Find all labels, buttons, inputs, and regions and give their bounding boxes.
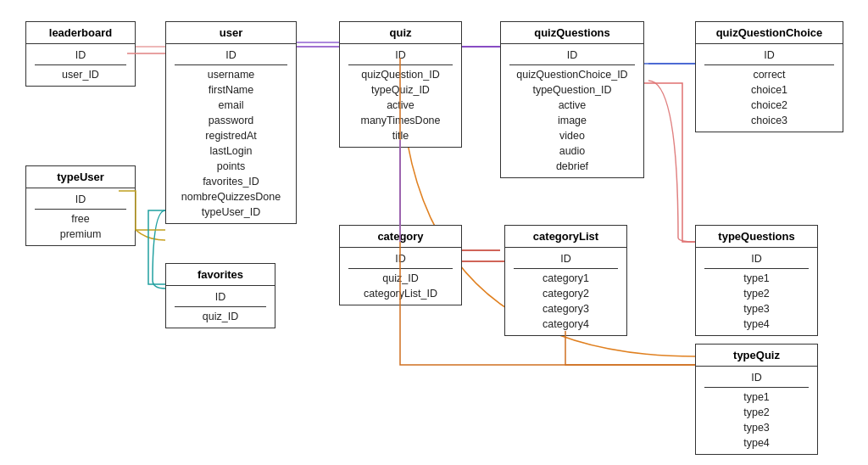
field-tqz-id: ID (704, 370, 809, 385)
field-fav-quizid: quiz_ID (175, 309, 266, 324)
table-categorylist: categoryList ID category1 category2 cate… (504, 225, 627, 336)
field-user-password: password (175, 113, 287, 128)
field-tq-id: ID (704, 251, 809, 266)
table-favorites-header: favorites (166, 264, 275, 286)
field-user-typeuserid: typeUser_ID (175, 204, 287, 220)
field-qqc-choice3: choice3 (704, 113, 834, 128)
field-user-favoritesid: favorites_ID (175, 174, 287, 189)
field-cl-cat4: category4 (514, 317, 618, 332)
field-qqc-correct: correct (704, 67, 834, 82)
field-qqc-choice1: choice1 (704, 82, 834, 98)
table-typeuser: typeUser ID free premium (25, 165, 136, 246)
field-tq-type2: type2 (704, 286, 809, 301)
field-cat-categorylistid: categoryList_ID (348, 286, 453, 301)
field-tq-type3: type3 (704, 301, 809, 317)
field-quiz-typequizid: typeQuiz_ID (348, 82, 453, 98)
field-tqz-type1: type1 (704, 389, 809, 405)
field-cl-cat2: category2 (514, 286, 618, 301)
field-qq-active: active (509, 98, 635, 113)
field-quiz-id: ID (348, 48, 453, 63)
field-qq-audio: audio (509, 143, 635, 159)
table-categorylist-header: categoryList (505, 226, 626, 248)
field-tu-premium: premium (35, 227, 126, 242)
field-tu-id: ID (35, 192, 126, 207)
table-user-header: user (166, 22, 296, 44)
field-user-lastlogin: lastLogin (175, 143, 287, 159)
table-typeuser-header: typeUser (26, 166, 135, 188)
field-cl-cat1: category1 (514, 271, 618, 286)
table-typequestions-header: typeQuestions (696, 226, 817, 248)
field-user-id: ID (175, 48, 287, 63)
field-user-nombrequizzesdone: nombreQuizzesDone (175, 189, 287, 204)
table-user: user ID username firstName email passwor… (165, 21, 297, 224)
field-fav-id: ID (175, 289, 266, 305)
field-qq-video: video (509, 128, 635, 143)
table-typequiz: typeQuiz ID type1 type2 type3 type4 (695, 344, 818, 455)
field-qqc-choice2: choice2 (704, 98, 834, 113)
field-quiz-active: active (348, 98, 453, 113)
field-qq-id: ID (509, 48, 635, 63)
field-cl-id: ID (514, 251, 618, 266)
field-tq-type4: type4 (704, 317, 809, 332)
field-tqz-type2: type2 (704, 405, 809, 420)
field-qq-image: image (509, 113, 635, 128)
field-cat-id: ID (348, 251, 453, 266)
table-favorites: favorites ID quiz_ID (165, 263, 275, 328)
table-leaderboard: leaderboard ID user_ID (25, 21, 136, 87)
field-quiz-title: title (348, 128, 453, 143)
table-typequiz-header: typeQuiz (696, 345, 817, 367)
field-tqz-type3: type3 (704, 420, 809, 435)
field-quiz-quizquestionid: quizQuestion_ID (348, 67, 453, 82)
field-user-firstname: firstName (175, 82, 287, 98)
table-leaderboard-header: leaderboard (26, 22, 135, 44)
table-quizquestions: quizQuestions ID quizQuestionChoice_ID t… (500, 21, 644, 178)
field-user-username: username (175, 67, 287, 82)
field-tq-type1: type1 (704, 271, 809, 286)
table-quiz-header: quiz (340, 22, 461, 44)
field-qq-typequestionid: typeQuestion_ID (509, 82, 635, 98)
field-user-registredat: registredAt (175, 128, 287, 143)
table-quiz: quiz ID quizQuestion_ID typeQuiz_ID acti… (339, 21, 462, 148)
field-leaderboard-userid: user_ID (35, 67, 126, 82)
field-user-points: points (175, 159, 287, 174)
table-category-header: category (340, 226, 461, 248)
field-leaderboard-id: ID (35, 48, 126, 63)
table-quizquestionchoice: quizQuestionChoice ID correct choice1 ch… (695, 21, 843, 132)
field-cat-quizid: quiz_ID (348, 271, 453, 286)
field-quiz-manytimesdone: manyTimesDone (348, 113, 453, 128)
field-qq-debrief: debrief (509, 159, 635, 174)
field-qq-choiceid: quizQuestionChoice_ID (509, 67, 635, 82)
table-quizquestions-header: quizQuestions (501, 22, 643, 44)
table-category: category ID quiz_ID categoryList_ID (339, 225, 462, 305)
field-tu-free: free (35, 211, 126, 227)
table-typequestions: typeQuestions ID type1 type2 type3 type4 (695, 225, 818, 336)
field-tqz-type4: type4 (704, 435, 809, 451)
field-user-email: email (175, 98, 287, 113)
erd-diagram: leaderboard ID user_ID user ID username … (0, 0, 868, 465)
table-qqc-header: quizQuestionChoice (696, 22, 843, 44)
field-qqc-id: ID (704, 48, 834, 63)
field-cl-cat3: category3 (514, 301, 618, 317)
